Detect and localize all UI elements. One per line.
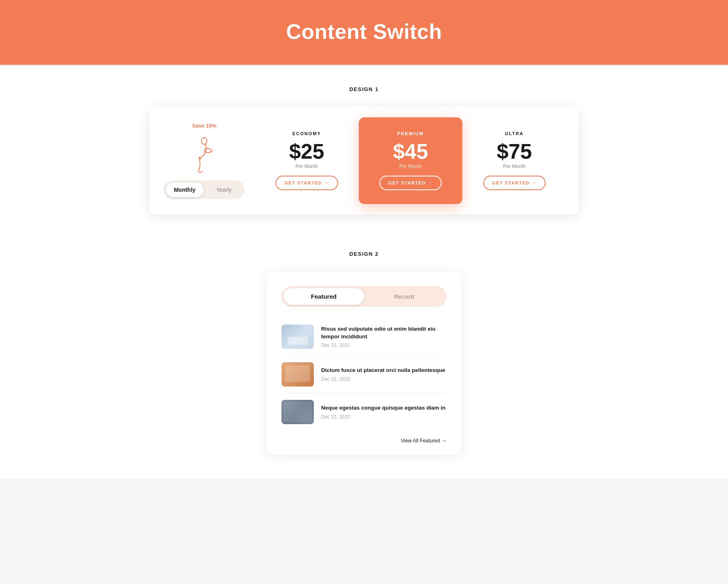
plan-economy-price: $25 <box>289 141 324 162</box>
get-started-premium[interactable]: GET STARTED → <box>379 176 442 190</box>
plan-economy-period: Per Month <box>296 164 318 169</box>
get-started-economy[interactable]: GET STARTED → <box>275 176 338 190</box>
article-date-3: Dec 22, 2020 <box>321 414 447 420</box>
list-item: Neque egestas congue quisque egestas dia… <box>281 393 447 431</box>
plan-premium-period: Per Month <box>399 164 421 169</box>
article-title-2: Dictum fusce ut placerat orci nulla pell… <box>321 367 447 374</box>
article-date-2: Dec 22, 2020 <box>321 376 447 382</box>
content-tab-switch[interactable]: Featured Recent <box>281 286 447 307</box>
get-started-ultra[interactable]: GET STARTED → <box>483 176 546 190</box>
plan-ultra-price: $75 <box>497 141 532 162</box>
list-item: Dictum fusce ut placerat orci nulla pell… <box>281 356 447 393</box>
page-title: Content Switch <box>8 19 720 44</box>
pricing-card: Save 19% Monthly Yearly ECO <box>150 107 578 214</box>
article-list: Risus sed vulputate odio ut enim blandit… <box>281 318 447 431</box>
plan-premium-price: $45 <box>393 141 428 162</box>
article-thumbnail-2 <box>281 362 314 387</box>
article-date-1: Dec 22, 2020 <box>321 342 447 348</box>
plan-premium: PREMIUM $45 Per Month GET STARTED → <box>359 117 463 204</box>
design1-label: DESIGN 1 <box>8 86 720 92</box>
billing-toggle[interactable]: Monthly Yearly <box>164 181 245 199</box>
article-thumbnail-3 <box>281 400 314 424</box>
main-content: DESIGN 1 Save 19% Monthly Yearly <box>0 66 728 479</box>
view-all-link[interactable]: View All Featured → <box>281 438 447 444</box>
plan-ultra-period: Per Month <box>503 164 525 169</box>
plan-ultra-name: ULTRA <box>505 131 523 136</box>
tab-recent[interactable]: Recent <box>364 288 444 305</box>
flamingo-icon <box>190 137 218 173</box>
article-title-3: Neque egestas congue quisque egestas dia… <box>321 404 447 412</box>
plan-premium-name: PREMIUM <box>397 131 424 136</box>
toggle-monthly[interactable]: Monthly <box>166 183 203 197</box>
toggle-area: Save 19% Monthly Yearly <box>162 123 255 199</box>
toggle-yearly[interactable]: Yearly <box>205 183 243 197</box>
tab-featured[interactable]: Featured <box>284 288 364 305</box>
article-content-3: Neque egestas congue quisque egestas dia… <box>321 404 447 420</box>
article-content-2: Dictum fusce ut placerat orci nulla pell… <box>321 367 447 382</box>
article-thumbnail-1 <box>281 325 314 349</box>
page-header: Content Switch <box>0 0 728 65</box>
plans-area: ECONOMY $25 Per Month GET STARTED → PREM… <box>255 121 566 200</box>
article-title-1: Risus sed vulputate odio ut enim blandit… <box>321 325 447 341</box>
design2-label: DESIGN 2 <box>8 251 720 257</box>
plan-ultra: ULTRA $75 Per Month GET STARTED → <box>462 121 566 200</box>
design2-section: DESIGN 2 Featured Recent Risus sed vulpu… <box>8 243 720 455</box>
list-item: Risus sed vulputate odio ut enim blandit… <box>281 318 447 356</box>
save-badge: Save 19% <box>192 123 216 129</box>
plan-economy: ECONOMY $25 Per Month GET STARTED → <box>255 121 359 200</box>
plan-economy-name: ECONOMY <box>292 131 321 136</box>
content-switch-card: Featured Recent Risus sed vulputate odio… <box>267 272 461 455</box>
article-content-1: Risus sed vulputate odio ut enim blandit… <box>321 325 447 348</box>
